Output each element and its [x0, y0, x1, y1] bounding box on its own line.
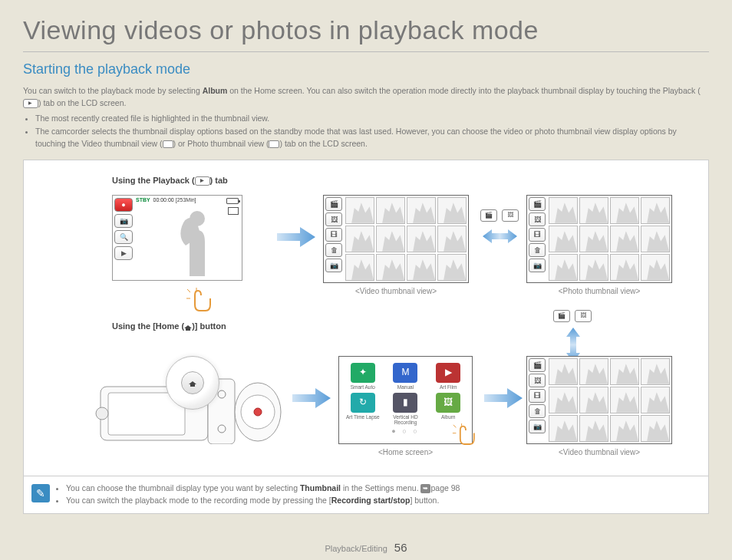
thumbnail-item[interactable]: [407, 226, 436, 252]
thumbnail-item[interactable]: [610, 415, 639, 442]
home-screen-panel: ✦Smart Auto MManual ▶Art Film ↻Art Time …: [338, 356, 473, 444]
thumbnail-grid: [549, 358, 670, 442]
thumbnail-item[interactable]: [376, 226, 405, 252]
thumbnail-item[interactable]: [579, 197, 608, 224]
thumb-tab-camera-icon[interactable]: 📷: [529, 420, 546, 433]
thumbnail-item[interactable]: [376, 254, 405, 281]
thumbnail-item[interactable]: [549, 358, 578, 385]
thumbnail-item[interactable]: [610, 358, 639, 385]
thumb-sidebar: 🎬 🖼 🎞 🗑 📷: [529, 197, 546, 272]
thumb-tab-photo-icon[interactable]: 🖼: [325, 212, 342, 226]
thumb-tab-video-icon[interactable]: 🎬: [529, 197, 546, 211]
thumbnail-item[interactable]: [345, 226, 374, 252]
thumb-tab-video-icon[interactable]: 🎬: [529, 358, 546, 372]
video-thumbnail-view-2: 🎬 🖼 🎞 🗑 📷: [526, 356, 672, 444]
tap-hand-icon: [452, 423, 480, 451]
thumbnail-item[interactable]: [641, 387, 670, 413]
thumbnail-item[interactable]: [579, 387, 608, 413]
note-box: ✎ You can choose the thumbnail display t…: [23, 476, 709, 514]
intro-bullet-2: The camcorder selects the thumbnail disp…: [35, 126, 709, 150]
row-playback-tab: Using the Playback () tab ● 📷 🔍 ▶ STBY 0…: [47, 176, 693, 306]
thumbnail-item[interactable]: [549, 197, 578, 224]
toggle-photo-icon[interactable]: 🖼: [575, 310, 592, 322]
thumbnail-item[interactable]: [641, 226, 670, 252]
thumbnail-item[interactable]: [579, 254, 608, 281]
thumb-tab-delete-icon[interactable]: 🗑: [529, 243, 546, 257]
thumbnail-item[interactable]: [549, 254, 578, 281]
sub-heading-playback: Using the Playback () tab: [112, 176, 228, 186]
thumb-tab-camera-icon[interactable]: 📷: [529, 259, 546, 272]
thumbnail-item[interactable]: [437, 197, 467, 224]
thumbnail-item[interactable]: [579, 358, 608, 385]
lcd-tab-record-icon: ●: [114, 198, 133, 212]
page-dots: ● ○ ○: [344, 427, 467, 435]
thumbnail-item[interactable]: [549, 226, 578, 252]
camcorder-device: [93, 352, 285, 444]
app-album[interactable]: 🖼Album: [429, 393, 467, 425]
note-b1a: You can choose the thumbnail display typ…: [66, 483, 300, 492]
toggle-view-icons-vertical: 🎬 🖼: [553, 310, 592, 322]
playback-tab-icon: [195, 176, 210, 186]
thumbnail-item[interactable]: [376, 197, 405, 224]
home-button[interactable]: [181, 371, 204, 394]
page-title: Viewing videos or photos in playback mod…: [23, 15, 709, 52]
footer-page-number: 56: [394, 541, 407, 554]
arrow-right-icon: [292, 387, 331, 410]
thumbnail-item[interactable]: [641, 358, 670, 385]
camcorder-lcd-screen: ● 📷 🔍 ▶ STBY 00:00:00 [253Min]: [112, 195, 242, 281]
thumb-tab-camera-icon[interactable]: 📷: [325, 259, 342, 272]
arrow-right-icon: [484, 387, 523, 410]
app-art-film[interactable]: ▶Art Film: [429, 363, 467, 390]
thumb-tab-video-icon[interactable]: 🎬: [325, 197, 342, 211]
thumbnail-item[interactable]: [549, 387, 578, 413]
section-title: Starting the playback mode: [23, 61, 709, 77]
thumbnail-item[interactable]: [641, 197, 670, 224]
home-button-highlight: [166, 356, 219, 410]
thumbnail-item[interactable]: [610, 226, 639, 252]
note-item-1: You can choose the thumbnail display typ…: [66, 483, 701, 495]
page-footer: Playback/Editing 56: [0, 541, 732, 554]
lcd-sidebar: ● 📷 🔍 ▶: [114, 198, 133, 260]
thumb-tab-photo-icon[interactable]: 🖼: [529, 212, 546, 226]
thumb-tab-photo-icon[interactable]: 🖼: [529, 374, 546, 387]
app-label: Manual: [397, 384, 414, 390]
toggle-video-icon[interactable]: 🎬: [553, 310, 570, 322]
thumb-tab-film-icon[interactable]: 🎞: [325, 228, 342, 242]
thumbnail-item[interactable]: [407, 254, 436, 281]
thumbnail-item[interactable]: [610, 254, 639, 281]
thumbnail-item[interactable]: [579, 415, 608, 442]
toggle-video-icon[interactable]: 🎬: [480, 209, 497, 222]
thumb-tab-delete-icon[interactable]: 🗑: [529, 404, 546, 418]
thumb-tab-film-icon[interactable]: 🎞: [529, 228, 546, 242]
home-glyph-icon: [189, 379, 196, 387]
note-b2a: You can switch the playback mode to the …: [66, 496, 331, 505]
thumb-tab-film-icon[interactable]: 🎞: [529, 389, 546, 403]
app-smart-auto[interactable]: ✦Smart Auto: [344, 363, 382, 390]
thumbnail-item[interactable]: [345, 254, 374, 281]
diagram-panel: Using the Playback () tab ● 📷 🔍 ▶ STBY 0…: [23, 160, 709, 482]
svg-point-0: [190, 211, 205, 226]
app-art-time-lapse[interactable]: ↻Art Time Lapse: [344, 393, 382, 425]
svg-point-7: [254, 408, 262, 416]
app-vertical-hd[interactable]: ▮Vertical HD Recording: [387, 393, 425, 425]
thumbnail-item[interactable]: [610, 387, 639, 413]
thumbnail-item[interactable]: [549, 415, 578, 442]
toggle-photo-icon[interactable]: 🖼: [502, 209, 519, 222]
thumb-tab-delete-icon[interactable]: 🗑: [325, 243, 342, 257]
thumbnail-item[interactable]: [641, 254, 670, 281]
thumbnail-item[interactable]: [641, 415, 670, 442]
app-manual[interactable]: MManual: [387, 363, 425, 390]
thumbnail-item[interactable]: [407, 197, 436, 224]
playback-tab-icon: [23, 99, 38, 108]
stby-time: 00:00:00 [253Min]: [153, 197, 196, 203]
thumbnail-item[interactable]: [437, 254, 467, 281]
intro-bullet-list: The most recently created file is highli…: [35, 113, 709, 150]
thumbnail-item[interactable]: [345, 197, 374, 224]
stby-indicator: STBY 00:00:00 [253Min]: [136, 197, 196, 203]
lcd-tab-playback-icon[interactable]: ▶: [114, 246, 133, 260]
thumbnail-item[interactable]: [437, 226, 467, 252]
thumbnail-item[interactable]: [610, 197, 639, 224]
caption-video-thumb-2: <Video thumbnail view>: [526, 448, 672, 456]
thumbnail-item[interactable]: [579, 226, 608, 252]
app-grid: ✦Smart Auto MManual ▶Art Film ↻Art Time …: [344, 363, 467, 425]
